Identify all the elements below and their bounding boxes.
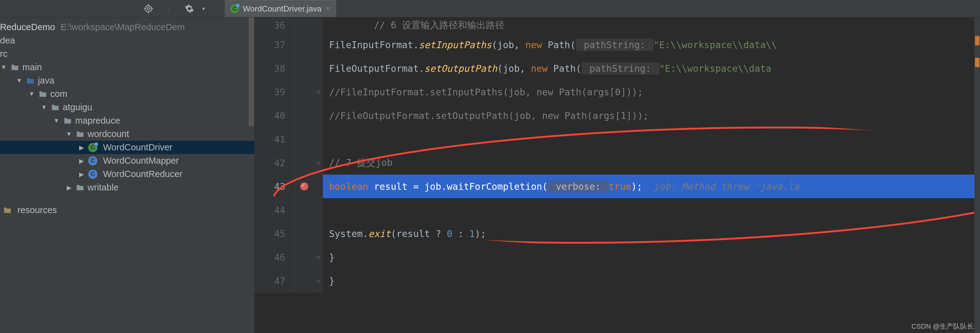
chevron-down-icon[interactable]: ▼ (65, 131, 73, 138)
resources-folder-icon (3, 207, 12, 214)
tree-folder-com[interactable]: ▼ com (0, 87, 254, 100)
fold-mark[interactable]: ⊟ (313, 269, 323, 293)
chevron-down-icon[interactable]: ▼ (198, 3, 209, 14)
tree-folder-writable[interactable]: ▶ writable (0, 181, 254, 194)
tree-folder-java[interactable]: ▼ java (0, 74, 254, 87)
tree-folder-main[interactable]: ▼ main (0, 61, 254, 74)
line-number: 44 (255, 198, 295, 222)
java-class-icon: C (230, 4, 239, 13)
tree-folder-atguigu[interactable]: ▼ atguigu (0, 100, 254, 114)
fold-mark (313, 175, 323, 198)
package-icon (76, 184, 84, 191)
gutter-mark (295, 198, 313, 222)
code-line-39[interactable]: 39 ⊟ // FileInputFormat.setInputPaths(jo… (255, 80, 980, 104)
tree-folder-resources[interactable]: resources (0, 204, 254, 217)
tree-file-wordcountmapper[interactable]: ▶ C WordCountMapper (0, 154, 254, 167)
code-line-45[interactable]: 45 System.exit(result ? 0 : 1); (255, 222, 980, 245)
chevron-right-icon[interactable]: ▶ (78, 157, 85, 165)
fold-mark (313, 127, 323, 151)
project-root[interactable]: ReduceDemo E:\workspace\MapReduceDem (0, 21, 254, 34)
tree-folder-wordcount[interactable]: ▼ wordcount (0, 127, 254, 141)
chevron-down-icon[interactable]: ▼ (53, 117, 60, 124)
tab-label: WordCountDriver.java (243, 4, 321, 14)
tree-file-wordcountdriver[interactable]: ▶ C WordCountDriver (0, 141, 254, 154)
line-number: 41 (255, 127, 295, 151)
package-icon (63, 117, 72, 124)
watermark: CSDN @生产队队长 (912, 322, 974, 331)
fold-mark (313, 57, 323, 80)
code-line-36[interactable]: 36 // 6 设置输入路径和输出路径 (255, 18, 980, 33)
gutter-mark (295, 33, 313, 57)
code-line-41[interactable]: 41 (255, 127, 980, 151)
line-number: 45 (255, 222, 295, 245)
line-number: 36 (255, 18, 295, 33)
gutter-mark (295, 80, 313, 104)
tree-folder-rc[interactable]: rc (0, 47, 254, 61)
tree-folder-dea[interactable]: dea (0, 34, 254, 47)
breakpoint-mark[interactable] (295, 175, 313, 198)
fold-mark[interactable]: ⊟ (313, 245, 323, 269)
editor-scrollbar[interactable] (974, 18, 980, 333)
tab-bar: C WordCountDriver.java ✕ (225, 0, 336, 17)
gutter-mark (295, 222, 313, 245)
code-line-40[interactable]: 40 // FileOutputFormat.setOutputPath(job… (255, 104, 980, 127)
line-number: 47 (255, 269, 295, 293)
code-line-44[interactable]: 44 (255, 198, 980, 222)
gutter-mark (295, 269, 313, 293)
chevron-right-icon[interactable]: ▶ (65, 184, 73, 191)
code-line-38[interactable]: 38 FileOutputFormat.setOutputPath(job, n… (255, 57, 980, 80)
code-line-47[interactable]: 47 ⊟ } (255, 269, 980, 293)
package-icon (38, 91, 47, 98)
code-editor[interactable]: 36 // 6 设置输入路径和输出路径 37 FileInputFormat.s… (255, 18, 980, 333)
line-number: 37 (255, 33, 295, 57)
target-icon[interactable] (143, 3, 154, 14)
line-number: 38 (255, 57, 295, 80)
close-icon[interactable]: ✕ (325, 5, 331, 13)
chevron-right-icon[interactable]: ▶ (78, 144, 85, 151)
gutter-mark (295, 57, 313, 80)
fold-mark (313, 198, 323, 222)
folder-icon (26, 77, 35, 84)
line-number: 40 (255, 104, 295, 127)
svg-point-0 (145, 6, 151, 12)
gutter-mark (295, 151, 313, 175)
tab-wordcountdriver[interactable]: C WordCountDriver.java ✕ (225, 0, 336, 17)
divider: | (163, 3, 175, 14)
scroll-indicator (975, 36, 979, 45)
fold-mark (313, 222, 323, 245)
line-number: 46 (255, 245, 295, 269)
code-line-43[interactable]: 43 boolean result = job.waitForCompletio… (255, 175, 980, 198)
chevron-down-icon[interactable]: ▼ (28, 91, 35, 97)
tree-folder-mapreduce[interactable]: ▼ mapreduce (0, 114, 254, 127)
fold-mark (313, 104, 323, 127)
code-line-37[interactable]: 37 FileInputFormat.setInputPaths(job, ne… (255, 33, 980, 57)
project-tree[interactable]: ReduceDemo E:\workspace\MapReduceDem dea… (0, 18, 255, 333)
fold-mark (313, 18, 323, 33)
tree-file-wordcountreducer[interactable]: ▶ C WordCountReducer (0, 167, 254, 181)
line-number: 42 (255, 151, 295, 175)
fold-mark[interactable]: ⊟ (313, 151, 323, 175)
package-icon (51, 104, 60, 111)
line-number: 43 (255, 175, 295, 198)
breakpoint-icon[interactable] (300, 182, 308, 190)
gutter-mark (295, 127, 313, 151)
chevron-right-icon[interactable]: ▶ (78, 170, 85, 178)
java-class-icon: C (88, 156, 97, 166)
chevron-down-icon[interactable]: ▼ (0, 64, 8, 71)
chevron-down-icon[interactable]: ▼ (40, 104, 48, 111)
gutter-mark (295, 18, 313, 33)
java-class-icon: C (88, 170, 97, 179)
gutter-mark (295, 245, 313, 269)
folder-icon (11, 64, 19, 71)
fold-mark[interactable]: ⊟ (313, 80, 323, 104)
code-line-46[interactable]: 46 ⊟ } (255, 245, 980, 269)
gear-icon[interactable] (184, 3, 195, 14)
code-line-42[interactable]: 42 ⊟ // 7 提交job (255, 151, 980, 175)
java-class-run-icon: C (88, 143, 97, 152)
line-number: 39 (255, 80, 295, 104)
scroll-indicator (975, 58, 979, 67)
package-icon (76, 131, 84, 138)
chevron-down-icon[interactable]: ▼ (16, 77, 23, 84)
fold-mark (313, 33, 323, 57)
gutter-mark (295, 104, 313, 127)
